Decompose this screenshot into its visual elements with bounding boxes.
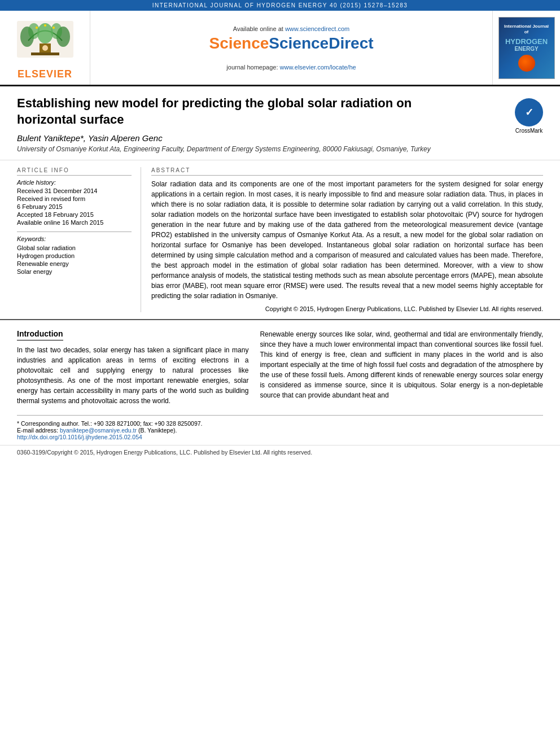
history-revised-label: Received in revised form: [17, 195, 132, 202]
available-online-text: Available online at www.sciencedirect.co…: [233, 25, 349, 32]
affiliation: University of Osmaniye Korkut Ata, Engin…: [17, 145, 431, 153]
abstract-title: ABSTRACT: [151, 167, 543, 176]
history-accepted: Accepted 18 February 2015: [17, 211, 132, 218]
info-abstract-section: ARTICLE INFO Article history: Received 3…: [0, 160, 560, 320]
keywords-section: Keywords: Global solar radiation Hydroge…: [17, 231, 132, 275]
article-title: Establishing new model for predicting th…: [17, 95, 423, 128]
svg-point-10: [44, 24, 46, 27]
author-email[interactable]: byaniktepe@osmaniye.edu.tr: [60, 427, 137, 434]
keyword-4: Solar energy: [17, 268, 132, 275]
history-label: Article history:: [17, 179, 132, 186]
journal-cover: International Journal of HYDROGEN ENERGY: [498, 17, 555, 79]
journal-homepage: journal homepage: www.elsevier.com/locat…: [226, 64, 356, 71]
introduction-right-text: Renewable energy sources like solar, win…: [260, 329, 543, 400]
journal-citation: INTERNATIONAL JOURNAL OF HYDROGEN ENERGY…: [152, 2, 408, 8]
keywords-label: Keywords:: [17, 235, 132, 242]
journal-cover-title: HYDROGEN: [505, 37, 548, 46]
elsevier-logo-area: ELSEVIER: [0, 11, 90, 85]
sciencedirect-logo: ScienceScienceDirect: [209, 34, 373, 53]
journal-cover-area: International Journal of HYDROGEN ENERGY: [492, 11, 560, 85]
authors: Bulent Yaniktepe*, Yasin Alperen Genc: [17, 133, 431, 143]
body-left-column: Introduction In the last two decades, so…: [17, 329, 248, 406]
history-revised-date: 6 February 2015: [17, 203, 132, 210]
sciencedirect-url[interactable]: www.sciencedirect.com: [285, 25, 349, 32]
crossmark-label: CrossMark: [515, 128, 542, 134]
history-available: Available online 16 March 2015: [17, 219, 132, 226]
copyright-text: Copyright © 2015, Hydrogen Energy Public…: [151, 305, 543, 312]
elsevier-logo-image: [11, 15, 79, 66]
footer-notes: * Corresponding author. Tel.: +90 328 82…: [17, 415, 543, 445]
journal-header-bar: INTERNATIONAL JOURNAL OF HYDROGEN ENERGY…: [0, 0, 560, 11]
svg-rect-7: [31, 53, 59, 55]
article-title-section: Establishing new model for predicting th…: [0, 86, 560, 160]
crossmark-area: ✓ CrossMark: [515, 98, 543, 134]
introduction-left-text: In the last two decades, solar energy ha…: [17, 345, 248, 406]
body-section: Introduction In the last two decades, so…: [0, 320, 560, 415]
svg-point-9: [36, 27, 38, 29]
article-info-title: ARTICLE INFO: [17, 167, 132, 176]
crossmark-icon: ✓: [515, 98, 543, 126]
journal-cover-subtitle: ENERGY: [514, 46, 538, 52]
keyword-2: Hydrogen production: [17, 252, 132, 259]
svg-point-11: [53, 27, 55, 29]
doi-link[interactable]: http://dx.doi.org/10.1016/j.ijhydene.201…: [17, 434, 142, 440]
history-received: Received 31 December 2014: [17, 187, 132, 194]
email-line: E-mail address: byaniktepe@osmaniye.edu.…: [17, 427, 543, 434]
header-center: Available online at www.sciencedirect.co…: [90, 11, 492, 85]
doi-line: http://dx.doi.org/10.1016/j.ijhydene.201…: [17, 434, 543, 440]
journal-cover-graphic: [518, 55, 535, 72]
abstract-section: ABSTRACT Solar radiation data and its co…: [141, 167, 543, 312]
journal-header: ELSEVIER Available online at www.science…: [0, 11, 560, 86]
svg-point-8: [42, 45, 48, 51]
article-history: Article history: Received 31 December 20…: [17, 179, 132, 226]
journal-cover-top: International Journal of: [502, 24, 552, 34]
body-right-column: Renewable energy sources like solar, win…: [260, 329, 543, 406]
abstract-text: Solar radiation data and its components …: [151, 179, 543, 301]
journal-homepage-url[interactable]: www.elsevier.com/locate/he: [280, 64, 356, 71]
keyword-1: Global solar radiation: [17, 244, 132, 251]
article-info: ARTICLE INFO Article history: Received 3…: [17, 167, 141, 312]
introduction-heading: Introduction: [17, 329, 63, 340]
elsevier-text: ELSEVIER: [18, 68, 72, 80]
corresponding-note: * Corresponding author. Tel.: +90 328 82…: [17, 420, 543, 427]
issn-copyright: 0360-3199/Copyright © 2015, Hydrogen Ene…: [17, 449, 312, 456]
footer-bottom: 0360-3199/Copyright © 2015, Hydrogen Ene…: [0, 445, 560, 459]
keyword-3: Renewable energy: [17, 260, 132, 267]
